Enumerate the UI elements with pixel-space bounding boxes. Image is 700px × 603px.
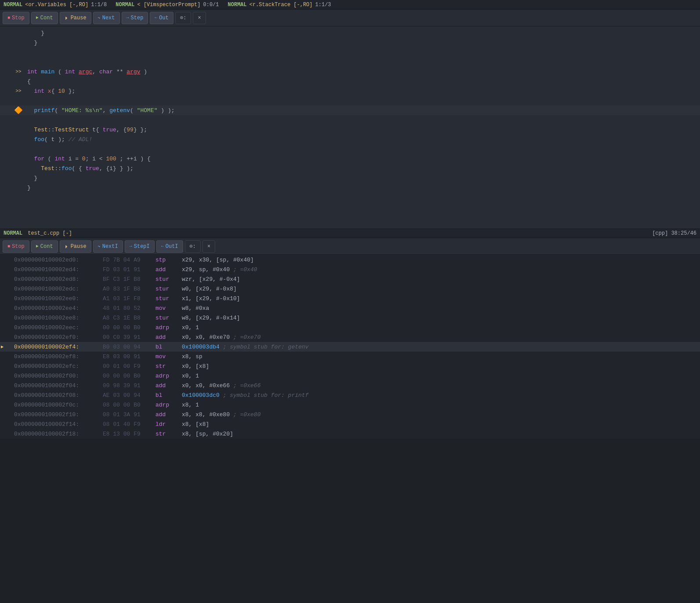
- nexti-icon: ↷: [98, 244, 101, 249]
- code-line: [0, 57, 700, 67]
- disasm-operands: x8, [x8]: [182, 421, 700, 428]
- code-content: printf( "HOME: %s\n", getenv( "HOME" ) )…: [24, 107, 700, 114]
- disasm-operands: wzr, [x29, #-0x4]: [182, 276, 700, 283]
- code-content: [24, 62, 700, 62]
- disasm-addr: 0x0000000100002ef0:: [11, 334, 103, 341]
- disasm-bytes: 00 98 39 91: [103, 382, 155, 389]
- disasm-mnemonic: mov: [155, 353, 182, 360]
- disasm-bytes: BF C3 1F B8: [103, 276, 155, 283]
- code-content: foo( t ); // ADL!: [24, 136, 700, 143]
- disasm-bytes: E8 13 00 F9: [103, 431, 155, 437]
- code-content: }: [24, 39, 700, 47]
- code-line: }: [0, 38, 700, 47]
- disasm-operands: x29, sp, #0x40 ; =0x40: [182, 266, 700, 273]
- bottom-statusbar: NORMAL test_c.cpp [-] [cpp] 38:25/46: [0, 229, 700, 238]
- disasm-line: 0x0000000100002ef8: E8 03 00 91 mov x8, …: [0, 352, 700, 361]
- stop-button-2[interactable]: ■ Stop: [3, 240, 29, 253]
- bottom-toolbar: ■ Stop ► Cont ⏵ Pause ↷ NextI → StepI ← …: [0, 238, 700, 255]
- disasm-addr-current: 0x0000000100002ef4:: [11, 344, 103, 350]
- status-item-2: NORMAL < [VimspectorPrompt] 0:0/1: [115, 2, 219, 8]
- stop-icon-2: ■: [7, 244, 10, 249]
- mode-2: NORMAL: [115, 2, 134, 8]
- stepi-button[interactable]: → StepI: [125, 240, 155, 253]
- code-content: int main ( int argc, char ** argv ): [24, 68, 700, 76]
- disasm-line: 0x0000000100002f18: E8 13 00 F9 str x8, …: [0, 429, 700, 439]
- disasm-addr: 0x0000000100002ee8:: [11, 315, 103, 321]
- pos-2: 0:0/1: [203, 2, 219, 8]
- disasm-mnemonic: stur: [155, 295, 182, 302]
- disasm-mnemonic: add: [155, 382, 182, 389]
- disasm-mnemonic: adrp: [155, 402, 182, 408]
- code-content: }: [24, 184, 700, 192]
- code-line-printf: 🔶 printf( "HOME: %s\n", getenv( "HOME" )…: [0, 105, 700, 115]
- disasm-operands: x0, 1: [182, 373, 700, 379]
- disasm-line: 0x0000000100002eec: 00 00 00 B0 adrp x0,…: [0, 323, 700, 332]
- code-line: }: [0, 183, 700, 193]
- disasm-mnemonic: add: [155, 334, 182, 341]
- watch-button[interactable]: ⊙:: [175, 12, 191, 24]
- pause-button[interactable]: ⏵ Pause: [60, 12, 91, 24]
- disasm-operands: x0, 1: [182, 324, 700, 331]
- outi-button[interactable]: ← OutI: [156, 240, 183, 253]
- disasm-operands: x8, 1: [182, 402, 700, 408]
- disasm-addr: 0x0000000100002f14:: [11, 421, 103, 428]
- disasm-bytes: 08 00 00 B0: [103, 402, 155, 408]
- disasm-addr: 0x0000000100002ed0:: [11, 257, 103, 263]
- disasm-operands: w8, [x29, #-0x14]: [182, 315, 700, 321]
- file-1: <or.Variables [-,RO]: [25, 2, 88, 8]
- line-arrow-intx: >>: [13, 88, 24, 94]
- code-line: Test::TestStruct t{ true, {99} };: [0, 125, 700, 134]
- code-line: {: [0, 76, 700, 86]
- code-line: }: [0, 173, 700, 183]
- code-content: }: [24, 174, 700, 182]
- step-button[interactable]: → Step: [122, 12, 148, 24]
- disasm-line: 0x0000000100002ed4: FD 03 01 91 add x29,…: [0, 265, 700, 274]
- file-2: < [VimspectorPrompt]: [137, 2, 200, 8]
- status-item-3: NORMAL <r.StackTrace [-,RO] 1:1/3: [228, 2, 331, 8]
- nexti-button[interactable]: ↷ NextI: [93, 240, 123, 253]
- file-3: <r.StackTrace [-,RO]: [249, 2, 313, 8]
- code-content: Test::TestStruct t{ true, {99} };: [24, 126, 700, 134]
- disasm-line: 0x0000000100002f10: 08 01 3A 91 add x8, …: [0, 410, 700, 419]
- debug-arrow: 🔶: [13, 106, 24, 115]
- code-line: }: [0, 28, 700, 38]
- out-icon: ←: [155, 15, 157, 20]
- step-icon: →: [126, 15, 129, 20]
- main-container: NORMAL <or.Variables [-,RO] 1:1/8 NORMAL…: [0, 0, 700, 439]
- stop-icon: ■: [7, 15, 10, 20]
- disasm-line: 0x0000000100002ed8: BF C3 1F B8 stur wzr…: [0, 274, 700, 284]
- disasm-gutter-current: ▶: [0, 344, 11, 349]
- disasm-mnemonic: str: [155, 363, 182, 370]
- disasm-operands: x8, x8, #0xe80 ; =0xe80: [182, 411, 700, 418]
- code-content: int x{ 10 };: [24, 87, 700, 95]
- bottom-mode: NORMAL: [4, 230, 22, 236]
- disasm-line: 0x0000000100002f00: 00 00 00 B0 adrp x0,…: [0, 371, 700, 381]
- disasm-operands: x8, sp: [182, 353, 700, 360]
- bottom-status-left: NORMAL test_c.cpp [-]: [4, 230, 72, 236]
- out-button[interactable]: ← Out: [150, 12, 173, 24]
- code-line-intx: >> int x{ 10 };: [0, 86, 700, 96]
- disasm-addr: 0x0000000100002f00:: [11, 373, 103, 379]
- pause-button-2[interactable]: ⏵ Pause: [60, 240, 91, 253]
- disasm-bytes: FD 03 01 91: [103, 266, 155, 273]
- cont-button-2[interactable]: ► Cont: [31, 240, 58, 253]
- disasm-operands: x8, [sp, #0x20]: [182, 431, 700, 437]
- cont-button[interactable]: ► Cont: [31, 12, 58, 24]
- close-button[interactable]: ×: [193, 12, 206, 24]
- top-statusbar: NORMAL <or.Variables [-,RO] 1:1/8 NORMAL…: [0, 0, 700, 10]
- disasm-bytes: A0 83 1F B8: [103, 286, 155, 292]
- status-item-1: NORMAL <or.Variables [-,RO] 1:1/8: [4, 2, 107, 8]
- stop-button[interactable]: ■ Stop: [3, 12, 29, 24]
- disasm-mnemonic: adrp: [155, 373, 182, 379]
- close-button-2[interactable]: ×: [202, 240, 215, 253]
- disasm-mnemonic: stur: [155, 315, 182, 321]
- disasm-bytes: AE 03 00 94: [103, 392, 155, 399]
- disasm-mnemonic: bl: [155, 392, 182, 399]
- disasm-bytes: 00 00 00 B0: [103, 373, 155, 379]
- watch-button-2[interactable]: ⊙:: [185, 240, 201, 253]
- disasm-operands: x1, [x29, #-0x10]: [182, 295, 700, 302]
- disasm-operands: x0, x0, #0xe66 ; =0xe66: [182, 382, 700, 389]
- next-button[interactable]: ↷ Next: [93, 12, 120, 24]
- disasm-line: 0x0000000100002ee8: A8 C3 1E B8 stur w8,…: [0, 313, 700, 323]
- disasm-addr: 0x0000000100002f0c:: [11, 402, 103, 408]
